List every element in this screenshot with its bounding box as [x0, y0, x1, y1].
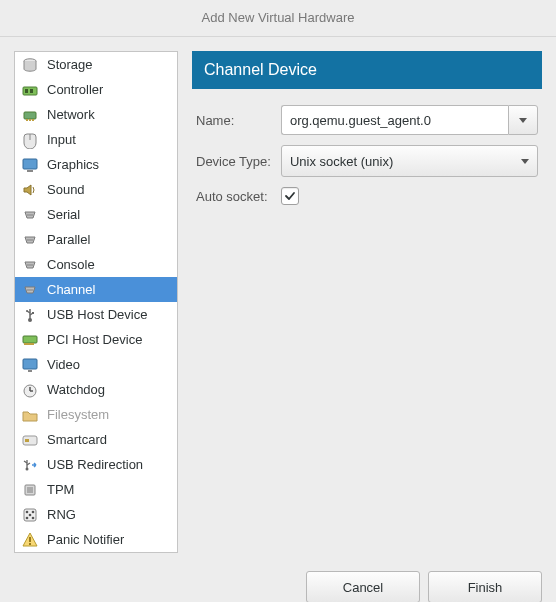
sidebar-item-label: Controller: [47, 82, 103, 97]
usb-redir-icon: [21, 456, 39, 474]
channel-form: Name: org.qemu.guest_agent.0 Device Type…: [192, 89, 542, 221]
hardware-type-sidebar[interactable]: StorageControllerNetworkInputGraphicsSou…: [14, 51, 178, 553]
chevron-down-icon: [519, 118, 527, 123]
svg-point-41: [26, 510, 29, 513]
svg-rect-2: [25, 89, 28, 93]
device-type-select[interactable]: Unix socket (unix): [281, 145, 538, 177]
sidebar-item-panic-notifier[interactable]: Panic Notifier: [15, 527, 177, 552]
finish-button[interactable]: Finish: [428, 571, 542, 602]
svg-point-15: [29, 239, 31, 241]
device-type-value: Unix socket (unix): [290, 154, 393, 169]
input-icon: [21, 131, 39, 149]
rng-icon: [21, 506, 39, 524]
sidebar-item-graphics[interactable]: Graphics: [15, 152, 177, 177]
sidebar-item-label: Parallel: [47, 232, 90, 247]
sidebar-item-label: Network: [47, 107, 95, 122]
svg-point-20: [27, 289, 29, 291]
svg-point-42: [32, 510, 35, 513]
svg-rect-29: [23, 359, 37, 369]
auto-socket-cell: [281, 187, 538, 205]
sidebar-item-label: Storage: [47, 57, 93, 72]
name-input[interactable]: org.qemu.guest_agent.0: [281, 105, 508, 135]
sidebar-item-usb-redirection[interactable]: USB Redirection: [15, 452, 177, 477]
sidebar-item-label: Smartcard: [47, 432, 107, 447]
svg-point-25: [26, 310, 28, 312]
sidebar-item-label: Console: [47, 257, 95, 272]
sidebar-item-label: Video: [47, 357, 80, 372]
sidebar-item-label: Graphics: [47, 157, 99, 172]
svg-rect-39: [27, 487, 33, 493]
serial-icon: [21, 231, 39, 249]
auto-socket-checkbox[interactable]: [281, 187, 299, 205]
sidebar-item-label: Panic Notifier: [47, 532, 124, 547]
filesystem-icon: [21, 406, 39, 424]
svg-point-19: [31, 264, 33, 266]
serial-icon: [21, 256, 39, 274]
sidebar-item-watchdog[interactable]: Watchdog: [15, 377, 177, 402]
sidebar-item-label: Channel: [47, 282, 95, 297]
svg-rect-27: [23, 336, 37, 343]
svg-rect-7: [32, 119, 34, 121]
auto-socket-label: Auto socket:: [196, 189, 271, 204]
svg-point-16: [31, 239, 33, 241]
usb-icon: [21, 306, 39, 324]
chevron-down-icon: [521, 159, 529, 164]
svg-rect-9: [23, 159, 37, 169]
serial-icon: [21, 281, 39, 299]
sidebar-item-controller[interactable]: Controller: [15, 77, 177, 102]
sidebar-item-network[interactable]: Network: [15, 102, 177, 127]
controller-icon: [21, 81, 39, 99]
svg-point-43: [29, 513, 32, 516]
sidebar-item-serial[interactable]: Serial: [15, 202, 177, 227]
sidebar-item-storage[interactable]: Storage: [15, 52, 177, 77]
svg-point-18: [29, 264, 31, 266]
svg-rect-5: [26, 119, 28, 121]
sidebar-item-label: TPM: [47, 482, 74, 497]
cancel-button[interactable]: Cancel: [306, 571, 420, 602]
sidebar-item-input[interactable]: Input: [15, 127, 177, 152]
sidebar-item-label: Filesystem: [47, 407, 109, 422]
svg-point-11: [27, 214, 29, 216]
sidebar-item-console[interactable]: Console: [15, 252, 177, 277]
sidebar-item-usb-host-device[interactable]: USB Host Device: [15, 302, 177, 327]
sidebar-item-tpm[interactable]: TPM: [15, 477, 177, 502]
svg-point-45: [32, 516, 35, 519]
svg-rect-35: [25, 439, 29, 442]
svg-point-21: [29, 289, 31, 291]
name-label: Name:: [196, 113, 271, 128]
storage-icon: [21, 56, 39, 74]
content-area: StorageControllerNetworkInputGraphicsSou…: [0, 37, 556, 561]
name-combo[interactable]: org.qemu.guest_agent.0: [281, 105, 538, 135]
sidebar-item-parallel[interactable]: Parallel: [15, 227, 177, 252]
config-panel: Channel Device Name: org.qemu.guest_agen…: [192, 51, 542, 553]
svg-rect-30: [28, 370, 32, 372]
svg-point-13: [31, 214, 33, 216]
sound-icon: [21, 181, 39, 199]
sidebar-item-pci-host-device[interactable]: PCI Host Device: [15, 327, 177, 352]
sidebar-item-label: Sound: [47, 182, 85, 197]
svg-point-47: [29, 543, 31, 545]
watchdog-icon: [21, 381, 39, 399]
svg-point-22: [31, 289, 33, 291]
svg-rect-6: [29, 119, 31, 121]
graphics-icon: [21, 156, 39, 174]
sidebar-item-label: USB Host Device: [47, 307, 147, 322]
sidebar-item-label: Watchdog: [47, 382, 105, 397]
sidebar-item-sound[interactable]: Sound: [15, 177, 177, 202]
sidebar-item-channel[interactable]: Channel: [15, 277, 177, 302]
tpm-icon: [21, 481, 39, 499]
sidebar-item-rng[interactable]: RNG: [15, 502, 177, 527]
panic-icon: [21, 531, 39, 549]
sidebar-item-video[interactable]: Video: [15, 352, 177, 377]
sidebar-item-smartcard[interactable]: Smartcard: [15, 427, 177, 452]
name-dropdown-button[interactable]: [508, 105, 538, 135]
sidebar-item-label: USB Redirection: [47, 457, 143, 472]
sidebar-item-label: RNG: [47, 507, 76, 522]
svg-point-44: [26, 516, 29, 519]
svg-point-17: [27, 264, 29, 266]
video-icon: [21, 356, 39, 374]
sidebar-item-label: Serial: [47, 207, 80, 222]
device-type-label: Device Type:: [196, 154, 271, 169]
panel-header: Channel Device: [192, 51, 542, 89]
smartcard-icon: [21, 431, 39, 449]
